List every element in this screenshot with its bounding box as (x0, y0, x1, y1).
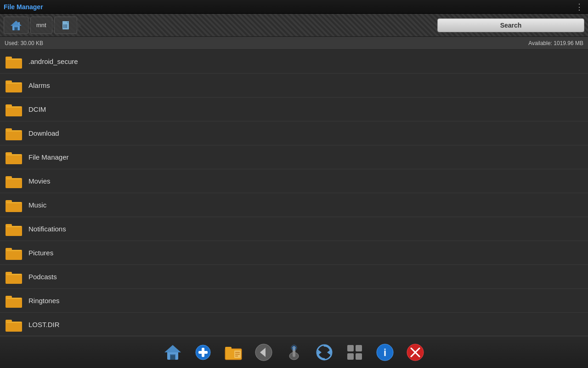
svg-rect-41 (6, 227, 22, 236)
file-row[interactable]: DCIM (0, 98, 588, 121)
folder-icon (6, 79, 22, 92)
file-name: .android_secure (28, 58, 78, 65)
file-name: DCIM (28, 105, 46, 113)
file-name: Pictures (28, 249, 53, 257)
file-list: .android_secure Alarms (0, 50, 588, 336)
svg-marker-81 (327, 350, 331, 355)
file-name: Alarms (28, 81, 50, 89)
svg-rect-9 (65, 24, 66, 28)
svg-rect-22 (6, 107, 21, 108)
toolbar-select-button[interactable] (281, 339, 307, 366)
folder-icon (6, 246, 22, 260)
svg-rect-38 (6, 202, 21, 203)
svg-rect-58 (6, 322, 21, 323)
bottom-toolbar: i (0, 336, 588, 368)
svg-rect-57 (6, 322, 22, 332)
svg-rect-14 (6, 59, 21, 60)
file-name: Podcasts (28, 273, 57, 281)
svg-rect-84 (356, 345, 362, 351)
folder-icon (6, 174, 22, 188)
file-name: File Manager (28, 153, 69, 161)
file-row[interactable]: LOST.DIR (0, 313, 588, 336)
svg-text:i: i (384, 347, 386, 358)
folder-icon (6, 150, 22, 164)
toolbar-home-button[interactable] (159, 339, 186, 366)
file-row[interactable]: Download (0, 121, 588, 145)
svg-rect-54 (6, 298, 21, 299)
svg-rect-85 (347, 353, 354, 360)
toolbar-back-button[interactable] (250, 339, 277, 366)
svg-rect-8 (63, 24, 64, 28)
folder-icon (6, 103, 22, 116)
svg-rect-69 (225, 347, 232, 350)
toolbar-new-folder-button[interactable] (220, 339, 247, 366)
svg-rect-17 (6, 83, 22, 92)
svg-rect-62 (170, 355, 175, 360)
nav-bar: mnt Search (0, 14, 588, 37)
title-bar: File Manager ⋮ (0, 0, 588, 14)
file-name: LOST.DIR (28, 321, 60, 328)
svg-rect-53 (6, 299, 22, 308)
folder-icon (6, 198, 22, 212)
folder-icon (6, 294, 22, 308)
file-row[interactable]: File Manager (0, 145, 588, 169)
file-row[interactable]: Alarms (0, 74, 588, 98)
toolbar-refresh-button[interactable] (311, 339, 338, 366)
available-space: Available: 1019.96 MB (528, 40, 583, 46)
svg-marker-1 (11, 21, 22, 26)
folder-icon (6, 126, 22, 140)
status-bar: Used: 30.00 KB Available: 1019.96 MB (0, 37, 588, 50)
svg-rect-10 (66, 24, 67, 28)
toolbar-close-button[interactable] (402, 339, 429, 366)
home-icon (10, 19, 23, 32)
svg-marker-60 (164, 345, 181, 352)
svg-rect-25 (6, 131, 22, 140)
file-row[interactable]: .android_secure (0, 50, 588, 74)
toolbar-add-location-button[interactable] (190, 339, 216, 366)
breadcrumb-file[interactable] (54, 17, 77, 34)
file-name: Download (28, 129, 59, 137)
svg-rect-18 (6, 83, 21, 84)
app-title: File Manager (4, 3, 43, 11)
file-row[interactable]: Movies (0, 169, 588, 193)
file-row[interactable]: Music (0, 193, 588, 217)
used-space: Used: 30.00 KB (5, 40, 43, 46)
svg-rect-3 (15, 28, 17, 30)
toolbar-info-button[interactable]: i (372, 339, 398, 366)
svg-rect-49 (6, 275, 22, 284)
svg-rect-86 (356, 353, 362, 360)
file-name: Ringtones (28, 297, 60, 305)
file-name: Notifications (28, 225, 66, 233)
toolbar-grid-view-button[interactable] (341, 339, 368, 366)
svg-rect-46 (6, 250, 21, 251)
svg-rect-42 (6, 226, 21, 227)
svg-rect-37 (6, 203, 22, 212)
file-row[interactable]: Pictures (0, 241, 588, 265)
breadcrumb-home[interactable] (4, 17, 28, 34)
menu-dots-icon[interactable]: ⋮ (575, 2, 584, 12)
svg-rect-34 (6, 178, 21, 179)
breadcrumb-mnt[interactable]: mnt (30, 17, 52, 34)
svg-rect-13 (6, 59, 22, 69)
file-row[interactable]: Ringtones (0, 289, 588, 313)
svg-rect-21 (6, 107, 22, 116)
file-row[interactable]: Podcasts (0, 265, 588, 289)
search-button[interactable]: Search (437, 18, 584, 32)
svg-rect-33 (6, 179, 22, 188)
file-name: Music (28, 201, 46, 209)
svg-rect-50 (6, 274, 21, 275)
svg-rect-45 (6, 251, 22, 260)
svg-rect-29 (6, 155, 22, 164)
folder-icon (6, 222, 22, 236)
svg-rect-6 (62, 21, 67, 23)
file-row[interactable]: Notifications (0, 217, 588, 241)
svg-rect-30 (6, 155, 21, 155)
folder-icon (6, 318, 22, 332)
folder-icon (6, 270, 22, 284)
folder-icon (6, 55, 22, 69)
file-name: Movies (28, 177, 51, 185)
svg-rect-83 (347, 345, 354, 351)
svg-rect-4 (18, 22, 20, 25)
sd-card-icon (60, 20, 71, 31)
breadcrumb-mnt-label: mnt (36, 22, 46, 29)
